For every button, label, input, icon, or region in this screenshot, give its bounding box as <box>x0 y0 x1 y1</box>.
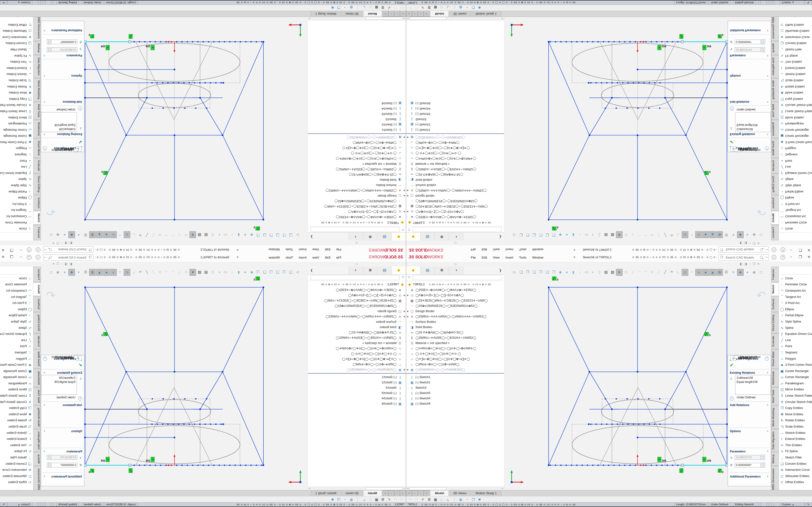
tree-item[interactable]: ☰ Material < not specified > <box>406 340 504 346</box>
relation-entry[interactable]: Collinear108 <box>737 127 769 131</box>
panel-help-icon[interactable]: ? <box>765 356 769 361</box>
features-toolbar-icon[interactable]: ❑ <box>288 232 294 238</box>
sketch-tree-item[interactable]: ⌊ Sketch3 <box>308 117 406 122</box>
command-tab[interactable]: Direct Editing <box>771 174 779 194</box>
sketch-tree-item[interactable]: ▦ (-) Sketch2 <box>406 380 504 385</box>
features-toolbar-icon[interactable]: ∟ <box>131 232 137 238</box>
expander-icon[interactable]: ▶ <box>402 369 406 371</box>
sketch-tool-item[interactable]: ↔ Stretch Entities <box>779 71 812 77</box>
search-box[interactable]: ❒ Search CAD Models ▾ <box>43 246 94 252</box>
menu-item[interactable]: Edit <box>322 253 333 262</box>
scrollbar-thumb[interactable] <box>366 17 402 20</box>
sketch-tool-item[interactable]: ◌ Perimeter Circle <box>0 219 33 226</box>
bottom-toolbar-icon[interactable]: ◍ <box>457 498 464 501</box>
features-toolbar-icon[interactable]: ◠ <box>170 232 176 238</box>
view-tool-icon[interactable]: ▦ <box>717 269 723 275</box>
view-tool-icon[interactable]: ◉ <box>751 232 757 238</box>
sketch-tool-item[interactable]: ○ Circle <box>0 275 33 282</box>
bottom-toolbar-icon[interactable]: ❋ <box>476 6 483 10</box>
sketch-tool-item[interactable]: ◔ Partial Ellipse <box>779 188 812 195</box>
tab-nav-button[interactable]: › <box>418 490 424 497</box>
document-tab[interactable]: 3D Views <box>341 490 363 496</box>
bottom-toolbar-icon[interactable]: ▷ <box>367 498 373 501</box>
sketch-tool-item[interactable]: ❏ Convert Entities <box>0 461 33 467</box>
expand-icon[interactable]: ∨ <box>767 475 768 477</box>
tree-item[interactable]: ◔ ◯25✿⊙25ИNƧΕ25◯∘◯52ΕƧNИ52⊙✿52◯ <box>406 303 504 308</box>
command-tab[interactable]: Markup <box>33 452 41 466</box>
scroll-right-icon[interactable]: ▸ <box>308 17 311 20</box>
bottom-toolbar-icon[interactable]: ▷ <box>367 6 373 10</box>
option-checkbox-row[interactable]: Infinite length <box>55 148 77 152</box>
sketch-tool-item[interactable]: ◫ Mirror Entities <box>779 387 812 393</box>
feature-manager-tab[interactable]: ◆ <box>392 267 406 274</box>
command-tab[interactable]: MBD Dimensions <box>771 466 779 492</box>
tree-item[interactable]: ∞ ◯25·Ո※✿ΑШ◯∘◯ШΑ✿※Ո·52◯ <box>406 172 504 177</box>
section-add-relations[interactable]: Add Relations <box>730 100 749 104</box>
features-toolbar-icon[interactable]: ◔ <box>117 269 123 275</box>
section-options[interactable]: Options <box>71 74 82 77</box>
collapse-icon[interactable]: ∧ <box>767 75 768 77</box>
tree-horizontal-scrollbar[interactable]: ◂ ▸ <box>406 17 504 20</box>
command-tab[interactable]: Evaluate <box>771 334 779 349</box>
menu-item[interactable]: File <box>468 253 479 262</box>
menu-item[interactable]: File <box>333 253 344 262</box>
command-tab[interactable]: Mesh Modeling <box>33 78 41 101</box>
tree-item[interactable]: ▱ ◯✛Ʒǝ∘✿◯※⊙[◯∘◯]⊙※◯✿∘ǝƷ✛◯ <box>406 356 504 362</box>
features-toolbar-icon[interactable]: ▭ <box>583 232 590 238</box>
feature-manager-tab[interactable]: ⊕ <box>435 267 449 274</box>
sketch-tool-item[interactable]: ✂ Trim Entities <box>0 59 33 65</box>
features-toolbar-icon[interactable]: ◔ <box>117 232 123 238</box>
features-toolbar-icon[interactable]: ▷ <box>512 232 518 238</box>
document-tab[interactable]: Model <box>430 11 449 17</box>
panel-help-icon[interactable]: ? <box>43 146 47 151</box>
sketch-tool-item[interactable]: ✳ Circular Sketch Pattern <box>779 102 812 108</box>
features-toolbar-icon[interactable]: ⊥ <box>629 269 636 275</box>
tree-item[interactable]: ◨ Solid Bodies <box>308 325 406 330</box>
view-tool-icon[interactable]: ❖ <box>68 269 75 276</box>
tree-item[interactable]: ▱ ◯✛Ʒǝ∘✿◯※⊙[◯∘◯]⊙※◯✿∘ǝƷ✛◯ <box>308 145 406 151</box>
bottom-toolbar-icon[interactable]: ☰ <box>379 6 386 10</box>
help-icon[interactable]: ? <box>27 255 32 260</box>
features-toolbar-icon[interactable]: ● <box>702 269 709 276</box>
search-icon[interactable] <box>49 256 52 259</box>
search-dropdown-icon[interactable]: ▾ <box>45 256 47 259</box>
features-toolbar-icon[interactable]: ∿ <box>110 269 117 276</box>
sketch-tool-item[interactable]: ▭ Corner Rectangle <box>779 374 812 381</box>
bottom-toolbar-icon[interactable]: ◍ <box>457 6 464 10</box>
features-toolbar-icon[interactable]: ⚑ <box>669 232 675 238</box>
features-toolbar-icon[interactable]: ◐ <box>590 232 596 238</box>
tree-item[interactable]: ▶ ◷ ◯Λ✿⊙✛25∘Ʒ◯∘◯Ʒ∘52✛⊙✿Λ◯ <box>406 293 504 298</box>
section-additional-parameters[interactable]: Additional Parameters <box>730 29 761 32</box>
exit-sketch-icon[interactable]: ↶ <box>756 289 766 301</box>
section-add-relations[interactable]: Add Relations <box>63 100 82 104</box>
bottom-toolbar-icon[interactable]: ∟ <box>361 498 367 501</box>
features-toolbar-icon[interactable]: ✕ <box>649 269 655 275</box>
features-toolbar-icon[interactable]: ● <box>242 232 248 238</box>
sketch-tool-item[interactable]: ⌒ Tangent Arc <box>779 294 812 300</box>
features-toolbar-icon[interactable]: ▯ <box>597 269 603 275</box>
sketch-tree-item[interactable]: ▦ (-) Sketch6 <box>406 101 504 106</box>
sketch-tool-item[interactable]: ↻ Rotate Entities <box>779 417 812 424</box>
menu-item[interactable]: Insert <box>502 253 516 262</box>
tree-item[interactable]: ▱ ◯✛Ʒǝ∘✿◯※⊙[◯∘◯]⊙※◯✿∘ǝƷ✛◯ <box>308 356 406 362</box>
confirmation-corner[interactable]: ↶ ✕ <box>756 205 766 218</box>
sketch-tool-item[interactable]: ▣ Center Rectangle <box>779 368 812 374</box>
sketch-tool-item[interactable]: ◔ Partial Ellipse <box>0 313 33 319</box>
sketch-tool-item[interactable]: ❐ Copy Entities <box>0 405 33 411</box>
command-tab[interactable]: Surfaces <box>33 195 41 211</box>
sketch-tool-item[interactable]: ◔ Partial Ellipse <box>0 188 33 195</box>
bottom-toolbar-icon[interactable]: ✐ <box>420 6 426 10</box>
menu-item[interactable]: Window <box>266 253 283 262</box>
sketch-tool-item[interactable]: ∿ Fit Spline <box>0 448 33 455</box>
view-tool-icon[interactable]: ◻ <box>758 232 764 238</box>
sketch-tree-item[interactable]: ⌊ Sketch3 <box>406 117 504 122</box>
ribbon-handle[interactable] <box>355 263 358 265</box>
expander-icon[interactable]: ▶ <box>402 136 406 138</box>
features-toolbar-icon[interactable]: ❑ <box>531 269 537 275</box>
feature-manager-tab[interactable]: ⊕ <box>435 233 449 240</box>
menu-item[interactable]: View <box>490 253 502 262</box>
expander-icon[interactable]: ▶ <box>406 194 410 197</box>
view-tool-icon[interactable]: ◉ <box>751 269 757 275</box>
features-toolbar-icon[interactable]: ◐ <box>590 269 596 275</box>
features-toolbar-icon[interactable]: ▷ <box>294 269 300 275</box>
